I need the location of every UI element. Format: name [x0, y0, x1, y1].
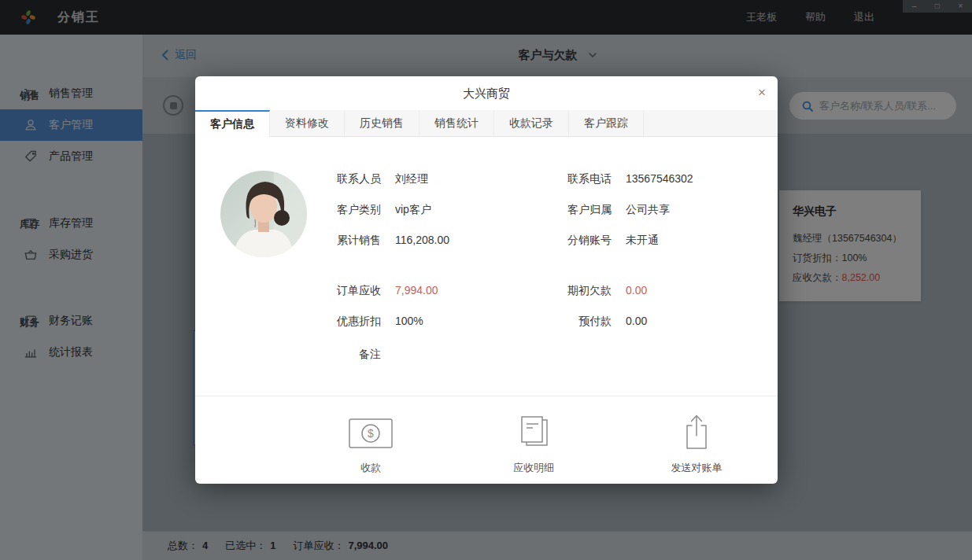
svg-text:$: $: [368, 427, 374, 440]
receivable-detail-button[interactable]: 应收明细: [486, 414, 581, 475]
field-distribution-account: 分销账号未开通: [525, 234, 659, 248]
modal-header: 大兴商贸 ×: [195, 76, 778, 110]
field-order-receivable: 订单应收7,994.00: [294, 284, 438, 298]
tab-payment-records[interactable]: 收款记录: [494, 110, 569, 136]
field-customer-type: 客户类别vip客户: [294, 203, 431, 217]
cash-icon: $: [348, 414, 394, 450]
send-statement-button[interactable]: 发送对账单: [649, 414, 744, 475]
tab-sales-history[interactable]: 历史销售: [345, 110, 419, 136]
tab-edit-info[interactable]: 资料修改: [270, 110, 345, 136]
receive-payment-button[interactable]: $ 收款: [323, 414, 418, 475]
receivable-detail-icon: [517, 414, 550, 450]
field-discount: 优惠折扣100%: [294, 315, 423, 329]
field-total-sales: 累计销售116,208.00: [294, 234, 449, 248]
field-remarks: 备注: [294, 348, 395, 362]
modal-tabs: 客户信息 资料修改 历史销售 销售统计 收款记录 客户跟踪: [195, 110, 778, 137]
modal-footer: $ 收款 应收明细: [195, 396, 778, 484]
app-window: 分销王 王老板 帮助 退出 – □ × 销售 销售管理: [0, 0, 972, 560]
field-opening-debt: 期初欠款0.00: [525, 284, 647, 298]
field-customer-ownership: 客户归属公司共享: [525, 203, 670, 217]
tab-customer-info[interactable]: 客户信息: [195, 110, 270, 137]
field-prepayment: 预付款0.00: [525, 315, 647, 329]
field-contact-person: 联系人员刘经理: [294, 172, 428, 186]
customer-detail-modal: 大兴商贸 × 客户信息 资料修改 历史销售 销售统计 收款记录 客户跟踪: [195, 76, 778, 484]
tab-customer-tracking[interactable]: 客户跟踪: [569, 110, 644, 136]
modal-close-icon[interactable]: ×: [758, 83, 766, 102]
tab-sales-stats[interactable]: 销售统计: [419, 110, 494, 136]
modal-title: 大兴商贸: [195, 76, 778, 110]
send-statement-icon: [682, 414, 711, 450]
field-contact-phone: 联系电话13567546302: [525, 172, 693, 186]
